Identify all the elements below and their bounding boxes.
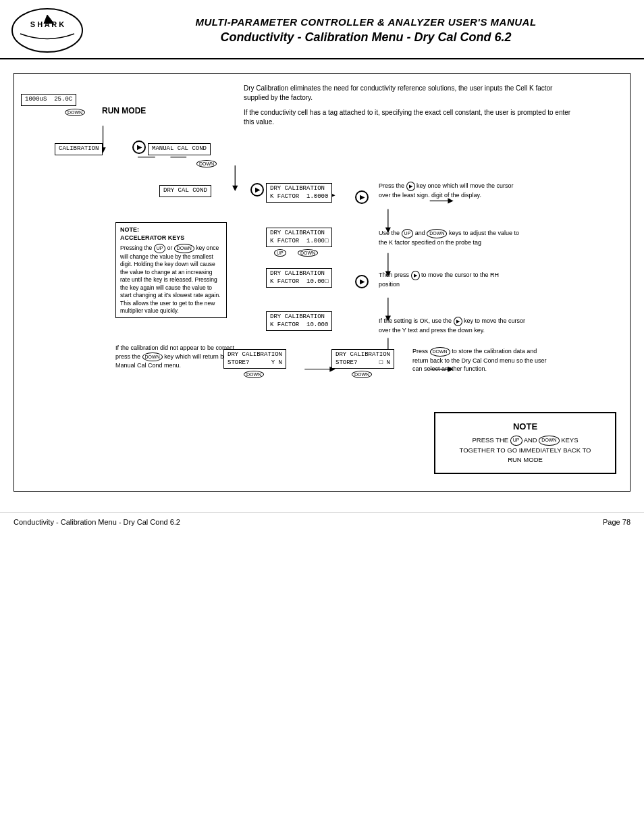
intro-text: Dry Calibration eliminates the need for … <box>244 84 574 127</box>
bottom-note-title: NOTE <box>448 421 603 432</box>
enter-key-4[interactable]: ▶ <box>355 275 369 288</box>
page-title: Conductivity - Calibration Menu - Dry Ca… <box>101 30 630 45</box>
manual-cal-cond-label: MANUAL CAL COND <box>148 143 211 155</box>
right-arrow-btn-4[interactable]: ▶ <box>355 275 369 288</box>
right-arrow-btn-1[interactable]: ▶ <box>132 140 146 154</box>
page-footer: Conductivity - Calibration Menu - Dry Ca… <box>0 512 644 531</box>
accel-label: ACCELERATOR KEYS <box>120 234 222 242</box>
dry-cal-display-2: DRY CALIBRATIONK FACTOR 1.000□ <box>266 228 332 247</box>
main-content: Dry Calibration eliminates the need for … <box>0 59 644 505</box>
footer-left: Conductivity - Calibration Menu - Dry Ca… <box>14 518 180 526</box>
bottom-note-box: NOTE PRESS THE UP AND DOWN KEYSTOGETHER … <box>434 412 616 474</box>
bottom-note-text: PRESS THE UP AND DOWN KEYSTOGETHER TO GO… <box>448 436 603 465</box>
right-arrow-btn-2[interactable]: ▶ <box>250 183 264 197</box>
dry-cal-cond-label: DRY CAL COND <box>159 185 211 197</box>
down-key-store1: DOWN <box>244 369 264 378</box>
enter-key-2[interactable]: ▶ <box>250 183 264 197</box>
intro-para1: Dry Calibration eliminates the need for … <box>244 84 574 103</box>
accelerator-note-box: NOTE: ACCELERATOR KEYS Pressing the UP o… <box>115 222 227 318</box>
enter-key-3[interactable]: ▶ <box>355 190 369 204</box>
accel-title: NOTE: <box>120 226 222 234</box>
header-text-area: MULTI-PARAMETER CONTROLLER & ANALYZER US… <box>88 16 630 45</box>
run-mode-display: 1000uS 25.0C <box>21 94 76 106</box>
ok-note: If the setting is OK, use the ▶ key to m… <box>379 317 527 334</box>
dry-cal-display-1: DRY CALIBRATIONK FACTOR 1.0000 <box>266 183 332 203</box>
enter-key-1[interactable]: ▶ <box>132 140 146 154</box>
down-key-run: DOWN <box>65 107 85 116</box>
up-key-2: UP <box>274 248 286 257</box>
right-arrow-btn-3[interactable]: ▶ <box>355 190 369 204</box>
store-note: Press DOWN to store the calibration data… <box>412 347 547 373</box>
page-header: S H A R K MULTI-PARAMETER CONTROLLER & A… <box>0 0 644 59</box>
accel-text: Pressing the UP or DOWN key once will ch… <box>120 244 222 315</box>
move-rh-note: Then press ▶ to move the cursor to the R… <box>379 271 520 288</box>
run-mode-label: RUN MODE <box>102 106 146 115</box>
dry-cal-display-3: DRY CALIBRATIONK FACTOR 10.00□ <box>266 268 332 288</box>
diagram-box: Dry Calibration eliminates the need for … <box>14 73 630 492</box>
run-mode-screen: 1000uS 25.0C <box>21 94 76 106</box>
calibration-label: CALIBRATION <box>55 143 103 155</box>
down-key-store2: DOWN <box>352 369 372 378</box>
store-display-1: DRY CALIBRATIONSTORE? Y N <box>223 349 286 369</box>
dry-cal-display-4: DRY CALIBRATIONK FACTOR 10.000 <box>266 311 332 331</box>
down-key-2: DOWN <box>298 248 318 257</box>
cursor-note: Press the ▶ key once which will move the… <box>379 182 514 199</box>
svg-marker-7 <box>232 186 238 191</box>
store-display-2: DRY CALIBRATIONSTORE? □ N <box>331 349 394 369</box>
intro-para2: If the conductivity cell has a tag attac… <box>244 108 574 127</box>
manual-title: MULTI-PARAMETER CONTROLLER & ANALYZER US… <box>101 16 630 28</box>
down-key-manual: DOWN <box>196 159 217 167</box>
footer-right: Page 78 <box>603 518 630 526</box>
logo: S H A R K <box>7 7 88 54</box>
adjust-note: Use the UP and DOWN keys to adjust the v… <box>379 229 520 246</box>
down-key-icon: DOWN <box>65 109 85 116</box>
